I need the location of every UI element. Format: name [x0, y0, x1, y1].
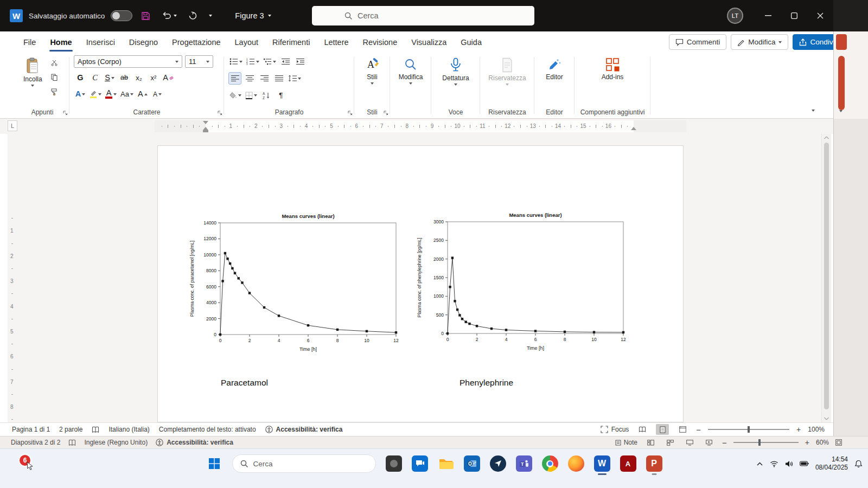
proofing-icon[interactable]	[92, 426, 99, 433]
editor-button[interactable]: Editor	[539, 55, 570, 83]
tab-file[interactable]: File	[16, 31, 43, 53]
font-color-button[interactable]: A	[104, 88, 118, 100]
page-indicator[interactable]: Pagina 1 di 1	[12, 426, 50, 433]
align-center-button[interactable]	[243, 72, 256, 85]
sort-button[interactable]: AZ	[260, 89, 273, 101]
ppt-zoom-level[interactable]: 60%	[816, 439, 829, 446]
align-left-button[interactable]	[228, 72, 241, 85]
app-icon-compass[interactable]	[490, 455, 506, 472]
addins-button[interactable]: Add-ins	[579, 55, 646, 83]
text-completion-indicator[interactable]: Completamento del testo: attivato	[159, 426, 256, 433]
shrink-font-button[interactable]: A	[151, 88, 164, 100]
web-layout-button[interactable]	[676, 424, 689, 435]
align-right-button[interactable]	[258, 72, 271, 85]
scroll-down-icon[interactable]	[824, 417, 829, 420]
paragraph-dialog-launcher[interactable]	[348, 111, 353, 115]
document-title[interactable]: Figure 3	[235, 11, 271, 20]
file-explorer-icon[interactable]	[438, 455, 454, 472]
tab-guida[interactable]: Guida	[454, 31, 489, 53]
multilevel-list-button[interactable]	[262, 55, 277, 68]
ppt-proofing-icon[interactable]	[68, 439, 76, 446]
first-line-indent-marker[interactable]	[203, 121, 208, 124]
chat-icon[interactable]	[412, 455, 428, 472]
collapse-ribbon-button[interactable]	[812, 104, 815, 114]
right-indent-marker[interactable]	[631, 127, 636, 130]
tab-inserisci[interactable]: Inserisci	[79, 31, 122, 53]
tab-progettazione[interactable]: Progettazione	[165, 31, 227, 53]
dictate-button[interactable]: Dettatura	[436, 55, 476, 88]
tab-riferimenti[interactable]: Riferimenti	[265, 31, 317, 53]
ppt-zoom-slider[interactable]	[733, 442, 799, 443]
fit-slide-icon[interactable]	[835, 439, 842, 446]
text-effects-button[interactable]: A	[74, 88, 87, 100]
styles-button[interactable]: A Stili	[359, 55, 386, 87]
tab-visualizza[interactable]: Visualizza	[404, 31, 454, 53]
notes-button[interactable]: Note	[615, 439, 637, 446]
font-name-combo[interactable]: Aptos (Corpo)	[74, 55, 182, 68]
tab-selector[interactable]: L	[8, 120, 17, 131]
accessibility-status[interactable]: Accessibilità: verifica	[265, 426, 343, 433]
zoom-in-button[interactable]: +	[796, 425, 801, 434]
battery-icon[interactable]	[800, 460, 809, 467]
focus-button[interactable]: Focus	[601, 426, 629, 433]
ppt-language-indicator[interactable]: Inglese (Regno Unito)	[84, 439, 148, 446]
paste-button[interactable]: Incolla	[20, 55, 46, 89]
teams-icon[interactable]: T	[516, 455, 532, 472]
minimize-button[interactable]	[755, 0, 781, 31]
strikethrough-button[interactable]: ab	[118, 72, 131, 84]
increase-indent-button[interactable]	[293, 55, 307, 68]
ppt-accessibility-status[interactable]: Accessibilità: verifica	[156, 439, 233, 446]
tab-layout[interactable]: Layout	[228, 31, 266, 53]
tab-disegno[interactable]: Disegno	[122, 31, 165, 53]
vertical-ruler[interactable]: 12345678	[8, 134, 17, 422]
format-painter-button[interactable]	[48, 86, 61, 98]
comments-button[interactable]: Commenti	[669, 34, 727, 50]
italic-button[interactable]: C	[88, 72, 101, 84]
title-search-box[interactable]	[312, 6, 534, 25]
ppt-slideshow-button[interactable]	[703, 437, 716, 448]
bullets-button[interactable]	[228, 55, 244, 68]
justify-button[interactable]	[272, 72, 285, 85]
slide-indicator[interactable]: Diapositiva 2 di 2	[11, 439, 60, 446]
save-button[interactable]	[138, 7, 153, 25]
change-case-button[interactable]: Aa	[119, 88, 135, 100]
grow-font-button[interactable]: A	[136, 88, 149, 100]
vertical-scrollbar[interactable]	[821, 134, 831, 422]
cut-button[interactable]	[48, 56, 61, 69]
read-mode-button[interactable]	[636, 424, 649, 435]
autosave-toggle[interactable]	[111, 10, 132, 21]
ppt-sorter-view-button[interactable]	[663, 437, 676, 448]
zoom-slider[interactable]	[708, 429, 789, 430]
tab-home[interactable]: Home	[43, 31, 79, 53]
document-page[interactable]: Means curves (linear)0200040006000800010…	[157, 145, 684, 422]
outlook-icon[interactable]	[464, 455, 480, 472]
close-button[interactable]	[807, 0, 833, 31]
subscript-button[interactable]: x₂	[132, 72, 145, 84]
highlight-button[interactable]	[88, 88, 103, 100]
powerpoint-share-button-edge[interactable]	[836, 34, 847, 50]
ppt-zoom-thumb[interactable]	[758, 439, 761, 446]
editing-button[interactable]: Modifica	[394, 55, 427, 87]
undo-button[interactable]	[159, 7, 180, 25]
powerpoint-taskbar-icon[interactable]: P	[646, 455, 662, 472]
ppt-zoom-in-button[interactable]: +	[805, 438, 809, 447]
ppt-reading-view-button[interactable]	[683, 437, 696, 448]
font-dialog-launcher[interactable]	[218, 111, 222, 115]
ppt-normal-view-button[interactable]	[644, 437, 657, 448]
clear-formatting-button[interactable]: A	[162, 72, 175, 84]
maximize-button[interactable]	[781, 0, 807, 31]
borders-button[interactable]	[244, 89, 258, 101]
left-indent-marker[interactable]	[203, 130, 208, 132]
taskbar-search-box[interactable]	[232, 454, 376, 473]
language-indicator[interactable]: Italiano (Italia)	[108, 426, 149, 433]
avatar[interactable]: LT	[727, 8, 743, 24]
tray-chevron-icon[interactable]	[756, 461, 763, 466]
tab-lettere[interactable]: Lettere	[317, 31, 355, 53]
numbering-button[interactable]: 123	[245, 55, 260, 68]
volume-icon[interactable]	[785, 460, 793, 467]
zoom-level[interactable]: 100%	[808, 426, 825, 433]
chrome-icon[interactable]	[542, 455, 558, 472]
taskbar-search-input[interactable]	[253, 460, 362, 468]
word-count[interactable]: 2 parole	[59, 426, 82, 433]
copy-button[interactable]	[48, 71, 61, 84]
